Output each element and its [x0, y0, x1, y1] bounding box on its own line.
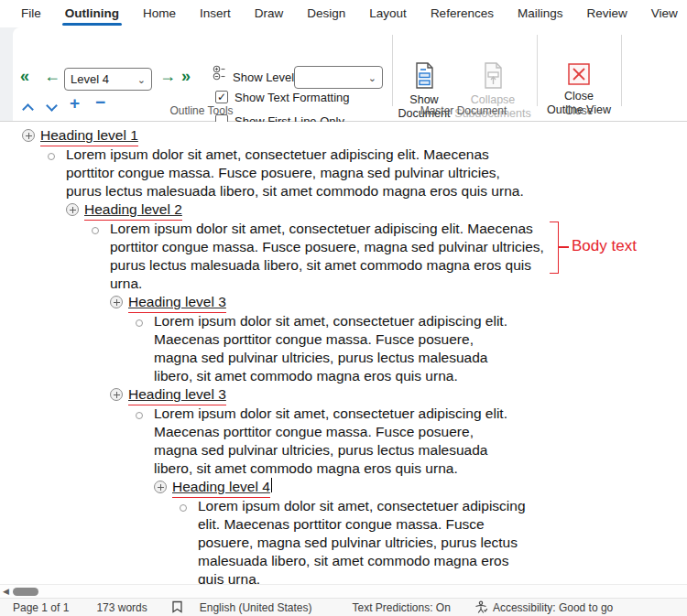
outline-body: Lorem ipsum dolor sit amet, consectetuer…	[0, 405, 687, 478]
accessibility-status[interactable]: Accessibility: Good to go	[493, 601, 613, 614]
page-indicator[interactable]: Page 1 of 1	[13, 601, 69, 614]
chevron-down-icon: ⌄	[137, 75, 146, 84]
collapse-subdocuments-icon	[481, 62, 506, 90]
outline-heading-1: Heading level 1	[0, 126, 687, 146]
language-indicator[interactable]: English (United States)	[200, 601, 312, 614]
expand-icon[interactable]	[110, 385, 128, 401]
heading-text[interactable]: Heading level 3	[128, 385, 226, 405]
close-outline-view-label: Close	[564, 90, 594, 103]
show-level-icon	[213, 65, 228, 84]
accessibility-icon	[474, 600, 488, 614]
tab-review[interactable]: Review	[585, 2, 627, 27]
close-group-label: Close	[542, 104, 616, 117]
text-cursor	[271, 478, 273, 492]
annotation-label: Body text	[572, 237, 637, 255]
heading-text[interactable]: Heading level 1	[40, 126, 138, 146]
body-text[interactable]: Lorem ipsum dolor sit amet, consectetuer…	[110, 220, 551, 293]
collapse-button[interactable]: −	[95, 94, 105, 111]
chevron-up-icon	[22, 103, 34, 115]
outline-level-value: Level 4	[71, 72, 109, 86]
tab-outlining[interactable]: Outlining	[64, 2, 120, 27]
bullet-icon[interactable]	[136, 405, 154, 419]
horizontal-scrollbar[interactable]: ◀	[0, 584, 687, 598]
outline-heading-4: Heading level 4	[0, 478, 687, 497]
demote-to-body-text-button[interactable]: »	[181, 68, 191, 84]
body-text[interactable]: Lorem ipsum dolor sit amet, consectetuer…	[66, 146, 536, 200]
annotation-connector	[559, 246, 569, 248]
show-level-dropdown[interactable]: ⌄	[294, 66, 383, 89]
expand-button[interactable]: +	[70, 95, 80, 112]
move-down-button[interactable]	[48, 97, 56, 113]
show-document-icon	[412, 62, 437, 90]
outline-heading-3b: Heading level 3	[0, 385, 687, 405]
outline-level-dropdown[interactable]: Level 4 ⌄	[64, 68, 152, 91]
group-divider	[621, 35, 622, 106]
status-bar: Page 1 of 1 173 words English (United St…	[0, 598, 687, 616]
expand-icon[interactable]	[22, 126, 40, 142]
show-text-formatting-checkbox[interactable]: ✓	[215, 91, 228, 103]
chevron-down-icon: ⌄	[368, 73, 376, 82]
ribbon-tab-bar: File Outlining Home Insert Draw Design L…	[0, 0, 687, 27]
bullet-icon[interactable]	[180, 497, 198, 512]
tab-insert[interactable]: Insert	[199, 2, 232, 27]
outline-body-annotated: Lorem ipsum dolor sit amet, consectetuer…	[0, 220, 687, 293]
outline-tools-group-label: Outline Tools	[119, 104, 284, 117]
close-outline-view-icon	[567, 62, 591, 86]
group-divider	[537, 35, 538, 106]
word-count[interactable]: 173 words	[96, 601, 147, 614]
outline-heading-2: Heading level 2	[0, 200, 687, 220]
group-divider	[392, 35, 393, 106]
outline-body: Lorem ipsum dolor sit amet, consectetuer…	[0, 312, 687, 385]
move-up-button[interactable]	[24, 101, 32, 117]
proofing-icon[interactable]	[171, 600, 183, 614]
text-predictions[interactable]: Text Predictions: On	[353, 601, 451, 614]
annotation-bracket	[550, 222, 559, 274]
tab-file[interactable]: File	[20, 2, 42, 27]
body-text[interactable]: Lorem ipsum dolor sit amet, consectetuer…	[198, 497, 535, 584]
tab-mailings[interactable]: Mailings	[517, 2, 564, 27]
tab-home[interactable]: Home	[142, 2, 177, 27]
master-document-group-label: Master Document	[396, 104, 531, 117]
body-text[interactable]: Lorem ipsum dolor sit amet, consectetuer…	[154, 312, 514, 385]
heading-text[interactable]: Heading level 2	[84, 200, 182, 221]
bullet-icon[interactable]	[48, 146, 66, 160]
outline-heading-3a: Heading level 3	[0, 293, 687, 312]
promote-button[interactable]: ←	[44, 68, 60, 84]
tab-layout[interactable]: Layout	[368, 2, 408, 27]
body-text[interactable]: Lorem ipsum dolor sit amet, consectetuer…	[154, 405, 514, 478]
tab-references[interactable]: References	[430, 2, 495, 27]
heading-text[interactable]: Heading level 3	[128, 293, 226, 313]
show-level-label: Show Level:	[233, 70, 298, 84]
promote-to-heading1-button[interactable]: «	[20, 68, 29, 84]
chevron-down-icon	[46, 100, 58, 112]
expand-icon[interactable]	[110, 293, 128, 308]
outline-body: Lorem ipsum dolor sit amet, consectetuer…	[0, 146, 687, 200]
expand-icon[interactable]	[154, 478, 172, 493]
demote-button[interactable]: →	[159, 68, 176, 84]
heading-text[interactable]: Heading level 4	[172, 478, 270, 498]
bullet-icon[interactable]	[92, 220, 110, 234]
scroll-left-icon[interactable]: ◀	[3, 587, 9, 596]
tab-design[interactable]: Design	[306, 2, 346, 27]
outline-body: Lorem ipsum dolor sit amet, consectetuer…	[0, 497, 687, 584]
scrollbar-thumb[interactable]	[13, 588, 38, 596]
expand-icon[interactable]	[66, 200, 84, 216]
show-text-formatting-label: Show Text Formatting	[234, 91, 349, 104]
tab-view[interactable]: View	[650, 2, 679, 27]
ribbon: « ← Level 4 ⌄ → » + − Show Level: ⌄ ✓ Sh…	[0, 27, 687, 122]
document-canvas[interactable]: Heading level 1 Lorem ipsum dolor sit am…	[0, 122, 687, 584]
tab-draw[interactable]: Draw	[254, 2, 285, 27]
bullet-icon[interactable]	[136, 312, 154, 327]
